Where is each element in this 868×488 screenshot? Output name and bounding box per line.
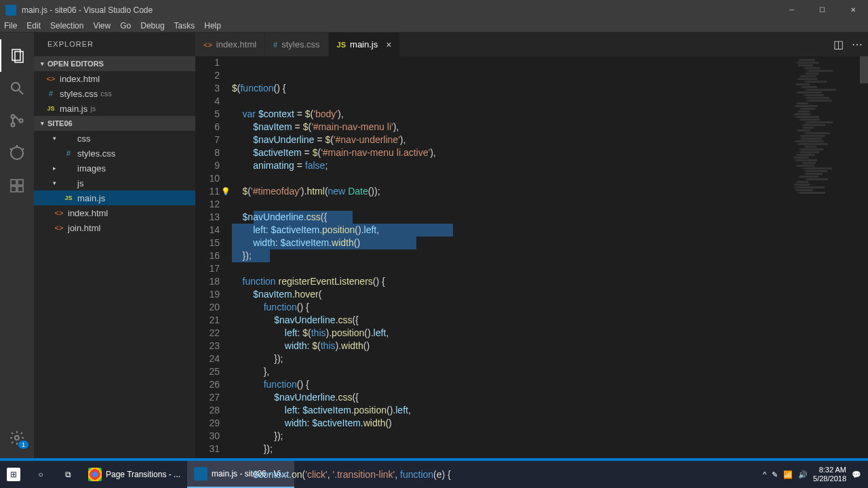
html-icon: <> — [53, 224, 65, 232]
css-icon: # — [45, 89, 57, 98]
menu-selection[interactable]: Selection — [50, 21, 83, 30]
explorer-icon[interactable] — [0, 39, 34, 72]
js-icon: JS — [45, 105, 57, 112]
taskbar-clock[interactable]: 8:32 AM 5/28/2018 — [813, 466, 846, 483]
system-tray[interactable]: ^ ✎ 📶 🔊 8:32 AM 5/28/2018 💬 — [763, 466, 868, 483]
svg-point-4 — [12, 115, 15, 119]
tree-item[interactable]: #styles.css — [34, 146, 195, 161]
titlebar: main.js - site06 - Visual Studio Code ─ … — [0, 0, 868, 20]
open-editor-item[interactable]: <>index.html — [34, 71, 195, 86]
scrollbar-thumb[interactable] — [860, 56, 868, 83]
menu-go[interactable]: Go — [120, 21, 131, 30]
html-icon: <> — [45, 75, 57, 83]
menu-edit[interactable]: Edit — [26, 21, 41, 30]
html-icon: <> — [53, 209, 65, 217]
project-header[interactable]: ▾SITE06 — [34, 116, 195, 131]
open-editor-item[interactable]: #styles.csscss — [34, 86, 195, 101]
chevron-icon: ▾ — [53, 180, 61, 186]
tab-close-icon[interactable]: × — [386, 39, 391, 50]
svg-point-2 — [12, 83, 20, 91]
task-view-button[interactable]: ⧉ — [54, 461, 81, 488]
activitybar: 1 — [0, 33, 34, 461]
menu-help[interactable]: Help — [204, 21, 221, 30]
tab-main-js[interactable]: JSmain.js× — [329, 33, 401, 56]
tree-item[interactable]: <>index.html — [34, 205, 195, 220]
svg-point-15 — [15, 436, 19, 440]
chevron-down-icon: ▾ — [37, 60, 47, 67]
line-gutter: 1234567891011121314151617181920212223242… — [195, 56, 232, 461]
tray-network-icon[interactable]: 📶 — [783, 470, 793, 479]
menu-file[interactable]: File — [4, 21, 17, 30]
svg-point-5 — [12, 123, 15, 127]
source-control-icon[interactable] — [0, 104, 34, 137]
vscode-icon — [5, 5, 16, 16]
vertical-scrollbar[interactable] — [860, 56, 868, 461]
open-editor-item[interactable]: JSmain.jsjs — [34, 101, 195, 116]
css-icon: # — [273, 41, 277, 49]
css-icon: # — [62, 149, 75, 157]
svg-line-3 — [19, 90, 23, 94]
menubar: FileEditSelectionViewGoDebugTasksHelp — [0, 20, 868, 33]
chevron-icon: ▾ — [53, 135, 61, 142]
svg-rect-14 — [18, 186, 23, 192]
vscode-icon — [194, 467, 208, 481]
tree-item[interactable]: <>join.html — [34, 220, 195, 235]
search-icon[interactable] — [0, 72, 34, 104]
svg-point-7 — [11, 147, 23, 159]
maximize-button[interactable]: ☐ — [807, 0, 837, 20]
svg-line-10 — [22, 148, 24, 150]
svg-point-6 — [20, 119, 23, 123]
js-icon: JS — [337, 41, 346, 49]
tree-item[interactable]: ▾js — [34, 176, 195, 190]
chevron-icon: ▸ — [53, 165, 61, 171]
tray-up-icon[interactable]: ^ — [763, 470, 766, 479]
cortana-button[interactable]: ○ — [27, 461, 54, 488]
minimize-button[interactable]: ─ — [776, 0, 807, 20]
open-editors-header[interactable]: ▾OPEN EDITORS — [34, 56, 195, 71]
menu-tasks[interactable]: Tasks — [174, 21, 195, 30]
debug-icon[interactable] — [0, 137, 34, 169]
window-title: main.js - site06 - Visual Studio Code — [22, 5, 776, 15]
tab-index-html[interactable]: <>index.html — [195, 33, 265, 56]
svg-rect-13 — [11, 186, 16, 192]
js-icon: JS — [62, 195, 75, 201]
update-badge: 1 — [18, 441, 28, 449]
tray-volume-icon[interactable]: 🔊 — [798, 470, 808, 479]
menu-debug[interactable]: Debug — [140, 21, 164, 30]
minimap[interactable] — [792, 59, 860, 195]
code-area[interactable]: $(function() { var $context = $('body'),… — [232, 56, 868, 461]
sidebar: EXPLORER ▾OPEN EDITORS <>index.html#styl… — [34, 33, 195, 461]
start-button[interactable]: ⊞ — [0, 461, 27, 488]
editor[interactable]: 1234567891011121314151617181920212223242… — [195, 56, 868, 461]
close-button[interactable]: ✕ — [837, 0, 868, 20]
tree-item[interactable]: JSmain.js — [34, 190, 195, 205]
tree-item[interactable]: ▾css — [34, 131, 195, 146]
chrome-icon — [88, 468, 102, 481]
editor-tabs: <>index.html#styles.cssJSmain.js×◫⋯ — [195, 33, 868, 56]
svg-line-9 — [10, 148, 12, 150]
more-actions-icon[interactable]: ⋯ — [852, 38, 863, 51]
split-editor-icon[interactable]: ◫ — [833, 38, 844, 51]
svg-rect-12 — [18, 180, 23, 185]
html-icon: <> — [203, 41, 212, 49]
tray-pen-icon[interactable]: ✎ — [772, 470, 778, 479]
tree-item[interactable]: ▸images — [34, 161, 195, 176]
chevron-down-icon: ▾ — [37, 120, 47, 127]
svg-rect-11 — [11, 180, 16, 185]
menu-view[interactable]: View — [93, 21, 111, 30]
action-center-icon[interactable]: 💬 — [852, 470, 861, 479]
settings-gear-icon[interactable]: 1 — [0, 422, 34, 454]
tab-styles-css[interactable]: #styles.css — [265, 33, 328, 56]
taskbar-app[interactable]: Page Transitions - ... — [81, 461, 187, 488]
extensions-icon[interactable] — [0, 169, 34, 202]
sidebar-title: EXPLORER — [34, 33, 195, 56]
